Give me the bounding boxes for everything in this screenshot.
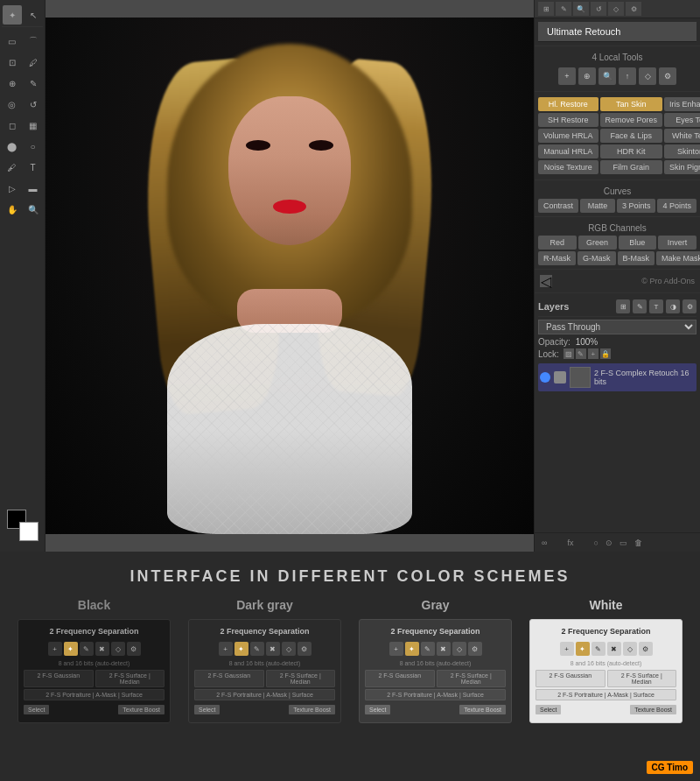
face-lips-btn[interactable]: Face & Lips (600, 129, 663, 143)
green-btn[interactable]: Green (578, 236, 617, 250)
layer-item[interactable]: 2 F-S Complex Retouch 16 bits (538, 363, 696, 391)
search-icon[interactable]: 🔍 (573, 2, 589, 16)
black-cell-3[interactable]: 2 F-S Portraiture | A-Mask | Surface (24, 689, 164, 700)
dg-cell-3[interactable]: 2 F-S Portraiture | A-Mask | Surface (194, 689, 335, 700)
hdr-kit-btn[interactable]: HDR Kit (600, 144, 663, 158)
volume-hrla-btn[interactable]: Volume HRLA (538, 129, 598, 143)
g-select-btn[interactable]: Select (365, 705, 390, 714)
blue-btn[interactable]: Blue (619, 236, 657, 250)
black-cell-2[interactable]: 2 F-S Surface | Median (95, 670, 165, 687)
addons-icon[interactable]: ◁ (540, 275, 552, 287)
color-picker[interactable] (7, 510, 38, 541)
b-icon-6[interactable]: ⚙ (127, 642, 141, 656)
g-cell-3[interactable]: 2 F-S Portraiture | A-Mask | Surface (365, 689, 506, 700)
dg-icon-6[interactable]: ⚙ (298, 642, 312, 656)
w-icon-2[interactable]: ✦ (576, 642, 590, 656)
brush-tool[interactable]: ✎ (24, 74, 43, 93)
eraser-tool[interactable]: ◻ (3, 116, 22, 135)
3points-btn[interactable]: 3 Points (617, 199, 656, 213)
w-cell-3[interactable]: 2 F-S Portraiture | A-Mask | Surface (536, 689, 676, 700)
crop-tool[interactable]: ⊡ (3, 53, 22, 72)
dg-icon-1[interactable]: + (219, 642, 233, 656)
ultimate-retouch-tab[interactable]: Ultimate Retouch (538, 22, 696, 42)
hl-restore-btn[interactable]: Hl. Restore (538, 97, 598, 111)
layer-grid-icon[interactable]: ⊞ (616, 299, 630, 313)
heal-tool[interactable]: ⊕ (3, 74, 22, 93)
g-icon-1[interactable]: + (389, 642, 403, 656)
move-tool[interactable]: ✦ (3, 5, 22, 25)
selection-rect[interactable]: ▭ (3, 32, 22, 51)
black-cell-1[interactable]: 2 F-S Gaussian (24, 670, 94, 687)
dg-cell-2[interactable]: 2 F-S Surface | Median (266, 670, 336, 687)
b-icon-5[interactable]: ◇ (111, 642, 125, 656)
dg-cell-1[interactable]: 2 F-S Gaussian (194, 670, 264, 687)
make-mask-btn[interactable]: Make Mask (656, 251, 700, 265)
lock-brush-icon[interactable]: ✎ (576, 348, 586, 359)
dg-icon-4[interactable]: ✖ (266, 642, 280, 656)
arrow-tool[interactable]: ↖ (24, 5, 43, 25)
dg-icon-2[interactable]: ✦ (234, 642, 248, 656)
g-icon-5[interactable]: ◇ (452, 642, 466, 656)
tool-icon-1[interactable]: + (558, 67, 576, 85)
w-cell-2[interactable]: 2 F-S Surface | Median (607, 670, 677, 687)
tool-icon-4[interactable]: ↑ (619, 67, 636, 85)
diamond-icon[interactable]: ◇ (608, 2, 624, 16)
black-select-btn[interactable]: Select (24, 705, 49, 714)
pen-tool[interactable]: 🖋 (3, 158, 22, 177)
dg-icon-3[interactable]: ✎ (250, 642, 264, 656)
layer-brush-icon[interactable]: ✎ (633, 299, 647, 313)
dg-icon-5[interactable]: ◇ (282, 642, 296, 656)
layer-shade-icon[interactable]: ◑ (666, 299, 680, 313)
r-mask-btn[interactable]: R-Mask (538, 251, 576, 265)
b-icon-3[interactable]: ✎ (80, 642, 94, 656)
black-texture-btn[interactable]: Texture Boost (118, 705, 164, 714)
background-color[interactable] (19, 522, 38, 541)
w-icon-5[interactable]: ◇ (623, 642, 637, 656)
4points-btn[interactable]: 4 Points (657, 199, 696, 213)
tool-icon-3[interactable]: 🔍 (598, 67, 616, 85)
remove-pores-btn[interactable]: Remove Pores (600, 113, 663, 127)
hand-tool[interactable]: ✋ (3, 200, 22, 219)
w-icon-4[interactable]: ✖ (607, 642, 621, 656)
invert-btn[interactable]: Invert (658, 236, 696, 250)
w-cell-1[interactable]: 2 F-S Gaussian (536, 670, 606, 687)
white-teeth-btn[interactable]: White Teeth (664, 129, 700, 143)
manual-hrla-btn[interactable]: Manual HRLA (538, 144, 598, 158)
w-icon-3[interactable]: ✎ (592, 642, 606, 656)
history-brush[interactable]: ↺ (24, 95, 43, 114)
w-icon-6[interactable]: ⚙ (639, 642, 653, 656)
b-icon-4[interactable]: ✖ (95, 642, 109, 656)
g-cell-1[interactable]: 2 F-S Gaussian (365, 670, 435, 687)
film-grain-btn[interactable]: Film Grain (600, 160, 663, 174)
blur-tool[interactable]: ⬤ (3, 137, 22, 156)
g-icon-3[interactable]: ✎ (421, 642, 435, 656)
noise-texture-btn[interactable]: Noise Texture (538, 160, 598, 174)
eyedropper[interactable]: 🖊 (24, 53, 43, 72)
blend-mode-select[interactable]: Pass Through Normal Multiply (538, 320, 696, 334)
lock-all-icon[interactable]: 🔒 (600, 348, 611, 359)
lock-move-icon[interactable]: + (588, 348, 598, 359)
lasso-tool[interactable]: ⌒ (24, 32, 43, 51)
matte-btn[interactable]: Matte (580, 199, 615, 213)
sh-restore-btn[interactable]: SH Restore (538, 113, 598, 127)
b-icon-1[interactable]: + (48, 642, 62, 656)
clone-tool[interactable]: ◎ (3, 95, 22, 114)
red-btn[interactable]: Red (538, 236, 577, 250)
g-icon-4[interactable]: ✖ (437, 642, 451, 656)
dodge-tool[interactable]: ○ (24, 137, 43, 156)
lock-transparency-icon[interactable]: ▨ (564, 348, 574, 359)
tool-icon-5[interactable]: ◇ (639, 67, 656, 85)
text-tool[interactable]: T (24, 158, 43, 177)
contrast-btn[interactable]: Contrast (538, 199, 578, 213)
grid-icon[interactable]: ⊞ (538, 2, 554, 16)
undo-icon[interactable]: ↺ (591, 2, 606, 16)
settings-icon[interactable]: ⚙ (626, 2, 641, 16)
dg-select-btn[interactable]: Select (194, 705, 220, 714)
layer-T-icon[interactable]: T (649, 299, 663, 313)
dg-texture-btn[interactable]: Texture Boost (289, 705, 335, 714)
shape-tool[interactable]: ▬ (24, 179, 43, 198)
w-icon-1[interactable]: + (560, 642, 574, 656)
skintone-btn[interactable]: Skintone (664, 144, 700, 158)
eyes-tool-btn[interactable]: Eyes Tool (664, 113, 700, 127)
g-mask-btn[interactable]: G-Mask (578, 251, 616, 265)
